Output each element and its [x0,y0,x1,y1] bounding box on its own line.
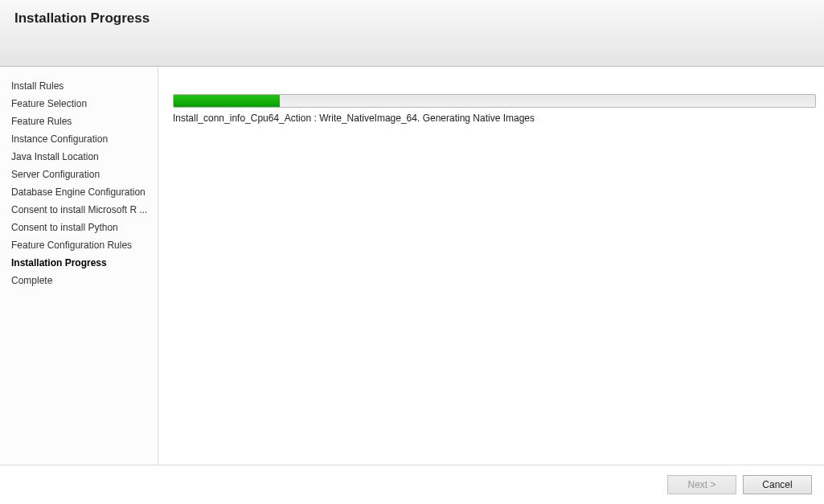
main-content: Install_conn_info_Cpu64_Action : Write_N… [158,67,824,465]
sidebar-item-java-install-location: Java Install Location [11,148,158,166]
sidebar-item-feature-configuration-rules: Feature Configuration Rules [11,236,158,254]
next-button[interactable]: Next > [667,475,736,494]
wizard-body: Install Rules Feature Selection Feature … [0,67,824,465]
cancel-button[interactable]: Cancel [743,475,812,494]
sidebar-item-consent-python: Consent to install Python [11,219,158,236]
progress-fill [174,95,280,107]
sidebar-item-instance-configuration: Instance Configuration [11,130,158,148]
step-sidebar: Install Rules Feature Selection Feature … [0,67,158,465]
sidebar-item-complete: Complete [11,272,158,289]
page-title: Installation Progress [14,10,810,27]
sidebar-item-installation-progress: Installation Progress [11,254,158,272]
sidebar-item-feature-selection: Feature Selection [11,95,158,113]
sidebar-item-feature-rules: Feature Rules [11,113,158,130]
wizard-header: Installation Progress [0,0,824,67]
sidebar-item-consent-microsoft-r: Consent to install Microsoft R ... [11,201,158,219]
sidebar-item-server-configuration: Server Configuration [11,166,158,183]
progress-bar [173,94,816,108]
sidebar-item-install-rules: Install Rules [11,77,158,95]
progress-status-text: Install_conn_info_Cpu64_Action : Write_N… [173,113,816,124]
sidebar-item-database-engine-configuration: Database Engine Configuration [11,183,158,201]
wizard-footer: Next > Cancel [0,465,824,504]
